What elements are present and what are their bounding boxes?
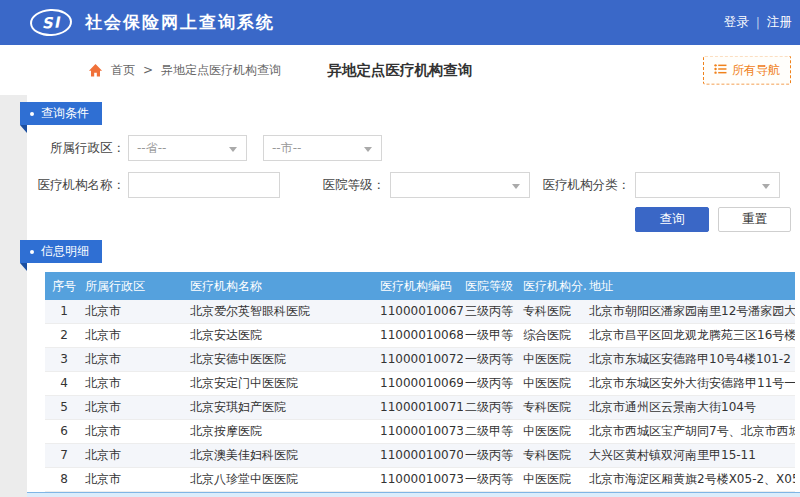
breadcrumb-home-link[interactable]: 首页 xyxy=(111,62,135,79)
breadcrumb-separator: > xyxy=(143,63,153,77)
table-cell: 北京市 xyxy=(83,468,188,491)
auth-links: 登录 | 注册 xyxy=(724,0,792,45)
table-cell: 北京市 xyxy=(83,300,188,323)
table-cell: 4 xyxy=(45,372,83,395)
table-row: 1北京市北京爱尔英智眼科医院1100001006723三级丙等专科医院北京市朝阳… xyxy=(45,300,795,324)
table-row: 7北京市北京澳美佳妇科医院1100001007070一级丙等专科医院大兴区黄村镇… xyxy=(45,444,795,468)
table-cell: 一级丙等 xyxy=(463,444,521,467)
table-cell: 北京安达医院 xyxy=(188,324,378,347)
search-button[interactable]: 查询 xyxy=(635,207,709,232)
detail-section-title: 信息明细 xyxy=(41,240,89,263)
table-cell: 二级甲等 xyxy=(463,420,521,443)
table-cell: 专科医院 xyxy=(521,396,587,419)
table-row: 4北京市北京安定门中医医院1100001006929一级丙等中医医院北京市东城区… xyxy=(45,372,795,396)
table-cell: 中医医院 xyxy=(521,348,587,371)
page-title: 异地定点医疗机构查询 xyxy=(328,61,473,80)
table-cell: 北京按摩医院 xyxy=(188,420,378,443)
column-header: 医院等级 xyxy=(463,272,521,300)
table-header-row: 序号所属行政区医疗机构名称医疗机构编码医院等级医疗机构分...地址 xyxy=(45,272,795,300)
table-cell: 北京市东城区安德路甲10号4楼101-2 xyxy=(587,348,795,371)
org-name-input[interactable] xyxy=(128,172,280,198)
app-title: 社会保险网上查询系统 xyxy=(85,11,275,34)
table-cell: 三级丙等 xyxy=(463,300,521,323)
all-navigation-label: 所有导航 xyxy=(732,62,780,79)
table-row: 2北京市北京安达医院1100001006845一级甲等综合医院北京市昌平区回龙观… xyxy=(45,324,795,348)
table-cell: 北京八珍堂中医医院 xyxy=(188,468,378,491)
table-cell: 北京市通州区云景南大街104号 xyxy=(587,396,795,419)
table-cell: 一级丙等 xyxy=(463,372,521,395)
table-row: 6北京市北京按摩医院1100001007314二级甲等中医医院北京市西城区宝产胡… xyxy=(45,420,795,444)
column-header: 序号 xyxy=(45,272,83,300)
table-cell: 中医医院 xyxy=(521,372,587,395)
table-cell: 二级丙等 xyxy=(463,396,521,419)
table-cell: 北京市昌平区回龙观龙腾苑三区16号楼 xyxy=(587,324,795,347)
table-cell: 北京市朝阳区潘家园南里12号潘家园大厦 xyxy=(587,300,795,323)
table-cell: 专科医院 xyxy=(521,444,587,467)
table-row: 5北京市北京安琪妇产医院1100001007199二级丙等专科医院北京市通州区云… xyxy=(45,396,795,420)
breadcrumb-bar: 首页 > 异地定点医疗机构查询 异地定点医疗机构查询 所有导航 xyxy=(0,45,800,95)
table-cell: 6 xyxy=(45,420,83,443)
logo-text: SI xyxy=(41,13,60,32)
column-header: 所属行政区 xyxy=(83,272,188,300)
org-type-label: 医疗机构分类： xyxy=(500,172,630,198)
table-cell: 一级甲等 xyxy=(463,324,521,347)
org-type-select[interactable] xyxy=(635,172,780,198)
table-cell: 1100001007070 xyxy=(378,444,463,467)
table-cell: 7 xyxy=(45,444,83,467)
login-link[interactable]: 登录 xyxy=(724,14,749,31)
bullet-dot-icon xyxy=(30,112,34,116)
province-select[interactable]: --省-- xyxy=(128,135,247,161)
table-cell: 北京市 xyxy=(83,324,188,347)
table-cell: 北京市海淀区厢黄旗2号楼X05-2、X05-... xyxy=(587,468,795,491)
table-cell: 北京市 xyxy=(83,420,188,443)
table-cell: 北京市 xyxy=(83,396,188,419)
table-cell: 大兴区黄村镇双河南里甲15-11 xyxy=(587,444,795,467)
table-cell: 5 xyxy=(45,396,83,419)
list-icon xyxy=(714,63,727,77)
city-select-value: --市-- xyxy=(272,141,301,155)
app-header: SI 社会保险网上查询系统 登录 | 注册 xyxy=(0,0,800,45)
table-cell: 北京市 xyxy=(83,444,188,467)
table-cell: 北京安琪妇产医院 xyxy=(188,396,378,419)
table-cell: 北京市 xyxy=(83,348,188,371)
table-body: 1北京市北京爱尔英智眼科医院1100001006723三级丙等专科医院北京市朝阳… xyxy=(45,300,795,492)
auth-divider: | xyxy=(756,15,760,30)
breadcrumb: 首页 > 异地定点医疗机构查询 xyxy=(88,45,281,95)
org-name-label: 医疗机构名称： xyxy=(0,172,125,198)
city-select[interactable]: --市-- xyxy=(263,135,382,161)
table-cell: 北京澳美佳妇科医院 xyxy=(188,444,378,467)
results-table: 序号所属行政区医疗机构名称医疗机构编码医院等级医疗机构分...地址 1北京市北京… xyxy=(45,272,795,492)
reset-button[interactable]: 重置 xyxy=(718,207,791,232)
register-link[interactable]: 注册 xyxy=(767,14,792,31)
table-cell: 1 xyxy=(45,300,83,323)
table-cell: 北京市东城区安外大街安德路甲11号一层... xyxy=(587,372,795,395)
table-cell: 一级丙等 xyxy=(463,348,521,371)
app-logo-icon: SI xyxy=(29,8,72,37)
table-cell: 综合医院 xyxy=(521,324,587,347)
table-cell: 北京爱尔英智眼科医院 xyxy=(188,300,378,323)
table-row: 3北京市北京安德中医医院1100001007287一级丙等中医医院北京市东城区安… xyxy=(45,348,795,372)
province-select-value: --省-- xyxy=(137,141,166,155)
table-cell: 1100001006723 xyxy=(378,300,463,323)
table-cell: 3 xyxy=(45,348,83,371)
table-row: 8北京市北京八珍堂中医医院1100001007363一级丙等中医医院北京市海淀区… xyxy=(45,468,795,492)
table-cell: 1100001007199 xyxy=(378,396,463,419)
table-cell: 中医医院 xyxy=(521,468,587,491)
table-cell: 2 xyxy=(45,324,83,347)
home-icon xyxy=(88,63,103,78)
table-cell: 中医医院 xyxy=(521,420,587,443)
table-cell: 1100001007314 xyxy=(378,420,463,443)
region-label: 所属行政区： xyxy=(0,135,125,161)
table-cell: 北京安德中医医院 xyxy=(188,348,378,371)
column-header: 医疗机构编码 xyxy=(378,272,463,300)
query-section-title: 查询条件 xyxy=(41,102,89,125)
table-cell: 北京安定门中医医院 xyxy=(188,372,378,395)
bullet-dot-icon xyxy=(30,250,34,254)
all-navigation-button[interactable]: 所有导航 xyxy=(703,56,791,85)
table-cell: 专科医院 xyxy=(521,300,587,323)
table-cell: 1100001007363 xyxy=(378,468,463,491)
table-cell: 1100001006845 xyxy=(378,324,463,347)
column-header: 医疗机构名称 xyxy=(188,272,378,300)
breadcrumb-current: 异地定点医疗机构查询 xyxy=(161,62,281,79)
query-section-ribbon: 查询条件 xyxy=(20,102,102,125)
